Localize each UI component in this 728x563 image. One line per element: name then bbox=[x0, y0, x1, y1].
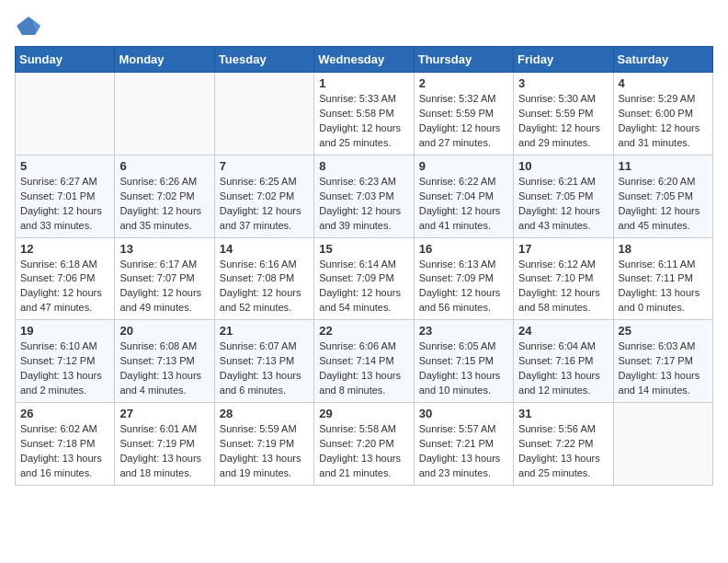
day-number: 29 bbox=[319, 407, 408, 420]
calendar-day-cell: 18Sunrise: 6:11 AM Sunset: 7:11 PM Dayli… bbox=[613, 237, 712, 320]
day-info: Sunrise: 6:14 AM Sunset: 7:09 PM Dayligh… bbox=[319, 258, 408, 316]
weekday-header: Tuesday bbox=[214, 47, 313, 73]
calendar-day-cell: 29Sunrise: 5:58 AM Sunset: 7:20 PM Dayli… bbox=[314, 403, 414, 486]
day-number: 4 bbox=[619, 76, 708, 90]
logo bbox=[15, 15, 46, 37]
calendar-day-cell: 17Sunrise: 6:12 AM Sunset: 7:10 PM Dayli… bbox=[514, 237, 613, 320]
calendar-day-cell: 14Sunrise: 6:16 AM Sunset: 7:08 PM Dayli… bbox=[214, 237, 313, 320]
day-info: Sunrise: 6:07 AM Sunset: 7:13 PM Dayligh… bbox=[220, 339, 309, 398]
day-number: 28 bbox=[220, 407, 309, 420]
calendar-day-cell: 21Sunrise: 6:07 AM Sunset: 7:13 PM Dayli… bbox=[214, 320, 313, 403]
day-number: 19 bbox=[20, 324, 109, 338]
day-number: 13 bbox=[119, 242, 209, 256]
day-number: 3 bbox=[518, 76, 608, 90]
calendar-day-cell: 30Sunrise: 5:57 AM Sunset: 7:21 PM Dayli… bbox=[414, 403, 513, 486]
day-number: 26 bbox=[20, 407, 109, 420]
day-info: Sunrise: 5:59 AM Sunset: 7:19 PM Dayligh… bbox=[220, 422, 309, 481]
day-number: 11 bbox=[619, 159, 708, 173]
calendar-day-cell: 10Sunrise: 6:21 AM Sunset: 7:05 PM Dayli… bbox=[514, 155, 613, 237]
calendar-day-cell: 1Sunrise: 5:33 AM Sunset: 5:58 PM Daylig… bbox=[314, 73, 414, 155]
day-number: 6 bbox=[119, 159, 209, 173]
day-number: 17 bbox=[518, 242, 608, 256]
calendar-day-cell: 3Sunrise: 5:30 AM Sunset: 5:59 PM Daylig… bbox=[514, 73, 613, 155]
day-info: Sunrise: 6:18 AM Sunset: 7:06 PM Dayligh… bbox=[20, 258, 109, 316]
header bbox=[15, 15, 713, 37]
day-number: 9 bbox=[419, 159, 508, 173]
day-info: Sunrise: 6:06 AM Sunset: 7:14 PM Dayligh… bbox=[319, 339, 408, 398]
day-info: Sunrise: 6:27 AM Sunset: 7:01 PM Dayligh… bbox=[20, 175, 109, 234]
calendar-week-row: 5Sunrise: 6:27 AM Sunset: 7:01 PM Daylig… bbox=[16, 155, 713, 237]
day-number: 31 bbox=[518, 407, 608, 420]
day-info: Sunrise: 6:21 AM Sunset: 7:05 PM Dayligh… bbox=[518, 175, 608, 234]
calendar-day-cell: 11Sunrise: 6:20 AM Sunset: 7:05 PM Dayli… bbox=[613, 155, 712, 237]
calendar-header-row: SundayMondayTuesdayWednesdayThursdayFrid… bbox=[16, 47, 713, 73]
day-info: Sunrise: 6:12 AM Sunset: 7:10 PM Dayligh… bbox=[518, 258, 608, 316]
day-number: 18 bbox=[619, 242, 708, 256]
day-info: Sunrise: 6:26 AM Sunset: 7:02 PM Dayligh… bbox=[119, 175, 209, 234]
weekday-header: Saturday bbox=[613, 47, 712, 73]
calendar-day-cell: 23Sunrise: 6:05 AM Sunset: 7:15 PM Dayli… bbox=[414, 320, 513, 403]
calendar-day-cell bbox=[16, 73, 115, 155]
day-number: 14 bbox=[220, 242, 309, 256]
calendar-week-row: 19Sunrise: 6:10 AM Sunset: 7:12 PM Dayli… bbox=[16, 320, 713, 403]
calendar-day-cell: 20Sunrise: 6:08 AM Sunset: 7:13 PM Dayli… bbox=[115, 320, 214, 403]
calendar-day-cell bbox=[613, 403, 712, 486]
calendar-day-cell: 5Sunrise: 6:27 AM Sunset: 7:01 PM Daylig… bbox=[16, 155, 115, 237]
day-info: Sunrise: 6:16 AM Sunset: 7:08 PM Dayligh… bbox=[220, 258, 309, 316]
day-info: Sunrise: 5:30 AM Sunset: 5:59 PM Dayligh… bbox=[518, 92, 608, 151]
day-number: 23 bbox=[419, 324, 508, 338]
logo-icon bbox=[15, 15, 42, 37]
day-number: 5 bbox=[20, 159, 109, 173]
calendar-day-cell: 19Sunrise: 6:10 AM Sunset: 7:12 PM Dayli… bbox=[16, 320, 115, 403]
calendar-day-cell: 24Sunrise: 6:04 AM Sunset: 7:16 PM Dayli… bbox=[514, 320, 613, 403]
day-number: 27 bbox=[119, 407, 209, 420]
calendar-day-cell: 15Sunrise: 6:14 AM Sunset: 7:09 PM Dayli… bbox=[314, 237, 414, 320]
calendar-day-cell: 27Sunrise: 6:01 AM Sunset: 7:19 PM Dayli… bbox=[115, 403, 214, 486]
calendar-day-cell: 8Sunrise: 6:23 AM Sunset: 7:03 PM Daylig… bbox=[314, 155, 414, 237]
day-number: 21 bbox=[220, 324, 309, 338]
weekday-header: Friday bbox=[514, 47, 613, 73]
day-info: Sunrise: 5:29 AM Sunset: 6:00 PM Dayligh… bbox=[619, 92, 708, 151]
day-number: 2 bbox=[419, 76, 508, 90]
weekday-header: Monday bbox=[115, 47, 214, 73]
day-info: Sunrise: 6:13 AM Sunset: 7:09 PM Dayligh… bbox=[419, 258, 508, 316]
calendar-day-cell bbox=[214, 73, 313, 155]
calendar-week-row: 1Sunrise: 5:33 AM Sunset: 5:58 PM Daylig… bbox=[16, 73, 713, 155]
day-info: Sunrise: 5:56 AM Sunset: 7:22 PM Dayligh… bbox=[518, 422, 608, 481]
day-number: 25 bbox=[619, 324, 708, 338]
calendar-day-cell: 25Sunrise: 6:03 AM Sunset: 7:17 PM Dayli… bbox=[613, 320, 712, 403]
calendar-day-cell: 28Sunrise: 5:59 AM Sunset: 7:19 PM Dayli… bbox=[214, 403, 313, 486]
calendar-day-cell: 12Sunrise: 6:18 AM Sunset: 7:06 PM Dayli… bbox=[16, 237, 115, 320]
calendar-day-cell bbox=[115, 73, 214, 155]
calendar-day-cell: 4Sunrise: 5:29 AM Sunset: 6:00 PM Daylig… bbox=[613, 73, 712, 155]
calendar-day-cell: 7Sunrise: 6:25 AM Sunset: 7:02 PM Daylig… bbox=[214, 155, 313, 237]
day-info: Sunrise: 5:32 AM Sunset: 5:59 PM Dayligh… bbox=[419, 92, 508, 151]
calendar-week-row: 12Sunrise: 6:18 AM Sunset: 7:06 PM Dayli… bbox=[16, 237, 713, 320]
day-info: Sunrise: 6:10 AM Sunset: 7:12 PM Dayligh… bbox=[20, 339, 109, 398]
day-info: Sunrise: 6:11 AM Sunset: 7:11 PM Dayligh… bbox=[619, 258, 708, 316]
day-number: 8 bbox=[319, 159, 408, 173]
day-number: 22 bbox=[319, 324, 408, 338]
weekday-header: Thursday bbox=[414, 47, 513, 73]
day-number: 20 bbox=[119, 324, 209, 338]
calendar-day-cell: 31Sunrise: 5:56 AM Sunset: 7:22 PM Dayli… bbox=[514, 403, 613, 486]
calendar-day-cell: 22Sunrise: 6:06 AM Sunset: 7:14 PM Dayli… bbox=[314, 320, 414, 403]
weekday-header: Sunday bbox=[16, 47, 115, 73]
calendar-day-cell: 26Sunrise: 6:02 AM Sunset: 7:18 PM Dayli… bbox=[16, 403, 115, 486]
day-number: 24 bbox=[518, 324, 608, 338]
day-info: Sunrise: 5:57 AM Sunset: 7:21 PM Dayligh… bbox=[419, 422, 508, 481]
day-info: Sunrise: 6:01 AM Sunset: 7:19 PM Dayligh… bbox=[119, 422, 209, 481]
calendar-week-row: 26Sunrise: 6:02 AM Sunset: 7:18 PM Dayli… bbox=[16, 403, 713, 486]
day-info: Sunrise: 6:17 AM Sunset: 7:07 PM Dayligh… bbox=[119, 258, 209, 316]
calendar-day-cell: 6Sunrise: 6:26 AM Sunset: 7:02 PM Daylig… bbox=[115, 155, 214, 237]
day-info: Sunrise: 6:22 AM Sunset: 7:04 PM Dayligh… bbox=[419, 175, 508, 234]
day-info: Sunrise: 6:20 AM Sunset: 7:05 PM Dayligh… bbox=[619, 175, 708, 234]
day-number: 7 bbox=[220, 159, 309, 173]
day-info: Sunrise: 6:03 AM Sunset: 7:17 PM Dayligh… bbox=[619, 339, 708, 398]
day-number: 15 bbox=[319, 242, 408, 256]
day-info: Sunrise: 6:23 AM Sunset: 7:03 PM Dayligh… bbox=[319, 175, 408, 234]
calendar-day-cell: 9Sunrise: 6:22 AM Sunset: 7:04 PM Daylig… bbox=[414, 155, 513, 237]
day-number: 1 bbox=[319, 76, 408, 90]
day-number: 10 bbox=[518, 159, 608, 173]
calendar-day-cell: 2Sunrise: 5:32 AM Sunset: 5:59 PM Daylig… bbox=[414, 73, 513, 155]
